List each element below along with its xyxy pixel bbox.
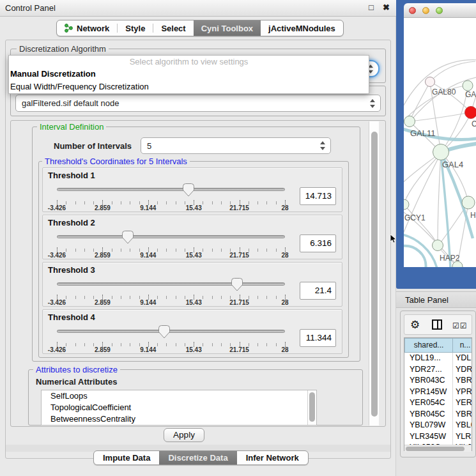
cell: YBR045C	[410, 409, 445, 420]
network-icon	[65, 24, 73, 33]
node-gal80[interactable]	[426, 77, 435, 87]
node-top-right[interactable]	[463, 81, 473, 91]
gear-icon[interactable]: ⚙	[410, 318, 420, 332]
list-item[interactable]: SelfLoops	[42, 390, 316, 402]
dropdown-option-equal-width-frequency[interactable]: Equal Width/Frequency Discretization	[9, 81, 369, 93]
cell: YBR043C	[410, 375, 445, 387]
node-label: HAP2	[440, 254, 460, 263]
node-attribute-table[interactable]: shared... n... YDL19...YDL1 YDR27...YDR2…	[404, 337, 472, 451]
column-header-shared-name[interactable]: shared...	[404, 338, 453, 353]
list-item[interactable]: TopologicalCoefficient	[42, 402, 316, 413]
cell: YPR1	[456, 387, 472, 398]
slider-track[interactable]	[57, 330, 285, 333]
table-row[interactable]: YBR045CYBR0	[404, 409, 472, 420]
close-traffic-light[interactable]	[409, 7, 416, 14]
tick-label: 9.144	[140, 299, 156, 306]
tick-label: 28	[281, 299, 288, 306]
table-row[interactable]: YBR043CYBR0	[404, 375, 472, 387]
column-header-name[interactable]: n...	[452, 338, 472, 353]
tab-network[interactable]: Network	[57, 20, 117, 36]
tick-label: 2.859	[95, 204, 111, 211]
node-right-h[interactable]	[462, 196, 475, 209]
table-row[interactable]: YPR145WYPR1	[404, 387, 472, 398]
tick-label: 15.43	[186, 204, 202, 211]
apply-button[interactable]: Apply	[164, 428, 204, 442]
slider-track[interactable]	[57, 235, 285, 238]
slider-thumb[interactable]	[183, 183, 194, 197]
tab-discretize-data[interactable]: Discretize Data	[159, 451, 236, 464]
cell: YER054C	[410, 397, 445, 409]
table-row[interactable]: YDR27...YDR2	[404, 364, 472, 376]
tick-label: -3.426	[48, 252, 66, 259]
threshold-slider[interactable]: -3.426 2.859 9.144 15.43 21.715 28	[57, 325, 285, 355]
number-of-intervals-value: 5	[147, 141, 151, 151]
cell: YDL19...	[410, 353, 441, 364]
tab-cyni-toolbox[interactable]: Cyni Toolbox	[194, 20, 261, 36]
table-horizontal-scrollbar[interactable]	[404, 445, 472, 452]
node-hap2[interactable]	[433, 240, 443, 251]
cell: YBR0	[456, 375, 472, 387]
zoom-traffic-light[interactable]	[436, 7, 443, 14]
node-label: GCY1	[404, 213, 426, 222]
network-window-titlebar[interactable]	[404, 3, 476, 18]
cell: YLR3	[456, 431, 472, 443]
node-gal11[interactable]	[404, 116, 415, 127]
group-discretization-algorithm-title: Discretization Algorithm	[17, 44, 109, 54]
mouse-cursor	[390, 234, 397, 243]
threshold-slider[interactable]: -3.426 2.859 9.144 15.43 21.715 28	[57, 278, 285, 307]
cell: YBL079W	[410, 420, 445, 431]
list-item[interactable]: BetweennessCentrality	[42, 413, 316, 425]
dropdown-option-manual-discretization[interactable]: Manual Discretization	[9, 68, 369, 81]
float-window-button[interactable]: □	[369, 3, 374, 12]
control-panel-titlebar	[0, 0, 396, 17]
threshold-value-input[interactable]: 21.4	[300, 282, 336, 300]
close-window-button[interactable]: ✖	[383, 3, 390, 12]
scrollbar-thumb[interactable]	[406, 447, 464, 451]
scrollbar-thumb[interactable]	[309, 392, 315, 422]
tick-label: 21.715	[229, 299, 249, 306]
number-of-intervals-combobox[interactable]: 5	[141, 137, 331, 154]
cell: YPR145W	[410, 387, 447, 398]
attributes-list-scrollbar[interactable]	[307, 390, 316, 425]
window-title: Control Panel	[5, 3, 56, 13]
table-data-combobox[interactable]: galFiltered.sif default node	[15, 95, 381, 112]
tab-style[interactable]: Style	[118, 20, 153, 36]
node-label: H	[470, 211, 476, 220]
table-row[interactable]: YBL079WYBL0	[404, 420, 472, 431]
tick-label: 2.859	[95, 299, 111, 306]
tab-infer-network[interactable]: Infer Network	[237, 451, 308, 464]
slider-track[interactable]	[57, 188, 285, 191]
slider-thumb[interactable]	[158, 325, 170, 339]
node-gal4[interactable]	[433, 144, 449, 160]
tab-select-label: Select	[161, 24, 185, 33]
tab-jactivemnodules[interactable]: jActiveMNodules	[261, 20, 343, 36]
tick-label: 2.859	[95, 252, 111, 259]
cell: YDL1	[456, 353, 472, 364]
table-row[interactable]: YLR345WYLR3	[404, 431, 472, 443]
tab-cyni-toolbox-label: Cyni Toolbox	[201, 24, 253, 33]
slider-scale: -3.426 2.859 9.144 15.43 21.715 28	[57, 204, 285, 212]
slider-thumb[interactable]	[231, 278, 243, 291]
table-row[interactable]: YER054CYER0	[404, 397, 472, 409]
threshold-value-input[interactable]: 11.344	[300, 329, 336, 347]
tab-impute-data[interactable]: Impute Data	[94, 451, 159, 464]
threshold-slider[interactable]: -3.426 2.859 9.144 15.43 21.715 28	[57, 231, 285, 260]
tab-discretize-data-label: Discretize Data	[168, 453, 227, 463]
settings-vertical-scrollbar[interactable]	[369, 121, 379, 426]
node-gcy1[interactable]	[404, 199, 409, 210]
slider-track[interactable]	[57, 282, 285, 286]
scrollbar-thumb[interactable]	[371, 132, 378, 417]
slider-scale: -3.426 2.859 9.144 15.43 21.715 28	[57, 299, 285, 307]
checkbox-columns-icon[interactable]: ☑☑	[452, 321, 468, 330]
network-canvas[interactable]: GAL80 GA C GAL11 GAL4 GCY1 H HAP2	[404, 18, 476, 267]
node-selected-red[interactable]	[465, 107, 476, 119]
column-layout-icon[interactable]	[432, 319, 442, 330]
threshold-slider[interactable]: -3.426 2.859 9.144 15.43 21.715 28	[57, 183, 285, 213]
threshold-value-input[interactable]: 14.713	[300, 187, 336, 205]
tab-select[interactable]: Select	[153, 20, 193, 36]
tick-label: 15.43	[186, 299, 202, 306]
slider-thumb[interactable]	[122, 231, 134, 244]
minimize-traffic-light[interactable]	[422, 7, 429, 14]
table-row[interactable]: YDL19...YDL1	[404, 353, 472, 364]
threshold-value-input[interactable]: 6.316	[300, 234, 336, 252]
